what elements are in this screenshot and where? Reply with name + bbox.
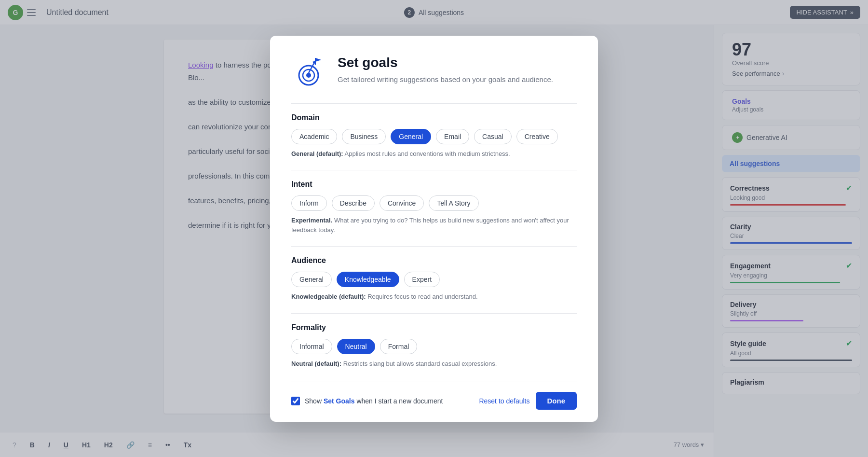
modal-footer-buttons: Reset to defaults Done: [479, 392, 577, 410]
domain-tag-creative[interactable]: Creative: [516, 129, 558, 144]
formality-tag-neutral[interactable]: Neutral: [337, 339, 375, 354]
domain-tag-group: Academic Business General Email Casual C…: [291, 129, 577, 144]
modal-subtitle: Get tailored writing suggestions based o…: [338, 74, 553, 85]
audience-divider: [291, 246, 577, 247]
domain-divider: [291, 103, 577, 104]
domain-tag-general[interactable]: General: [391, 129, 431, 144]
audience-tag-knowledgeable[interactable]: Knowledgeable: [337, 272, 399, 287]
formality-section: Formality Informal Neutral Formal Neutra…: [291, 323, 577, 369]
svg-point-2: [306, 73, 311, 78]
show-set-goals-checkbox-label[interactable]: Show Set Goals when I start a new docume…: [291, 397, 443, 405]
intent-tag-inform[interactable]: Inform: [291, 195, 327, 211]
modal-overlay: Set goals Get tailored writing suggestio…: [0, 0, 868, 457]
audience-section: Audience General Knowledgeable Expert Kn…: [291, 256, 577, 302]
modal-title: Set goals: [338, 55, 553, 70]
audience-label: Audience: [291, 256, 577, 265]
reset-to-defaults-button[interactable]: Reset to defaults: [479, 397, 529, 405]
domain-tag-email[interactable]: Email: [436, 129, 469, 144]
formality-tag-informal[interactable]: Informal: [291, 339, 332, 354]
intent-section: Intent Inform Describe Convince Tell A S…: [291, 180, 577, 235]
domain-label: Domain: [291, 113, 577, 122]
audience-description: Knowledgeable (default): Requires focus …: [291, 292, 577, 302]
domain-tag-business[interactable]: Business: [342, 129, 386, 144]
modal-footer: Show Set Goals when I start a new docume…: [291, 382, 577, 410]
formality-tag-formal[interactable]: Formal: [380, 339, 418, 354]
domain-tag-academic[interactable]: Academic: [291, 129, 337, 144]
done-button[interactable]: Done: [536, 392, 577, 410]
audience-tag-expert[interactable]: Expert: [404, 272, 440, 287]
formality-label: Formality: [291, 323, 577, 332]
set-goals-modal: Set goals Get tailored writing suggestio…: [270, 36, 598, 422]
modal-header-text: Set goals Get tailored writing suggestio…: [338, 55, 553, 85]
intent-tag-convince[interactable]: Convince: [380, 195, 424, 211]
audience-tag-group: General Knowledgeable Expert: [291, 272, 577, 287]
domain-tag-casual[interactable]: Casual: [474, 129, 512, 144]
intent-tag-describe[interactable]: Describe: [332, 195, 375, 211]
formality-tag-group: Informal Neutral Formal: [291, 339, 577, 354]
intent-description: Experimental. What are you trying to do?…: [291, 216, 577, 235]
formality-description: Neutral (default): Restricts slang but a…: [291, 359, 577, 369]
intent-tag-tell-a-story[interactable]: Tell A Story: [429, 195, 478, 211]
modal-header: Set goals Get tailored writing suggestio…: [291, 55, 577, 90]
audience-tag-general[interactable]: General: [291, 272, 332, 287]
set-goals-icon: [291, 55, 326, 90]
intent-divider: [291, 170, 577, 170]
intent-tag-group: Inform Describe Convince Tell A Story: [291, 195, 577, 211]
domain-section: Domain Academic Business General Email C…: [291, 113, 577, 159]
intent-label: Intent: [291, 180, 577, 189]
domain-description: General (default): Applies most rules an…: [291, 149, 577, 159]
formality-divider: [291, 313, 577, 314]
show-set-goals-checkbox[interactable]: [291, 397, 300, 405]
svg-marker-6: [315, 58, 321, 62]
